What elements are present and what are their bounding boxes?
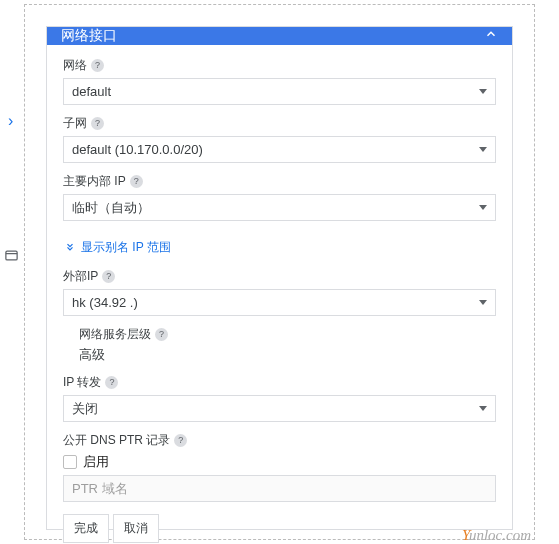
dns-ptr-input[interactable]: PTR 域名	[63, 475, 496, 502]
help-icon[interactable]: ?	[105, 376, 118, 389]
chevron-down-icon	[479, 406, 487, 411]
network-interface-panel: 网络接口 网络 ? default 子网 ? default (10.170.0…	[46, 26, 513, 530]
show-alias-ip-link[interactable]: 显示别名 IP 范围	[65, 239, 171, 256]
panel-header[interactable]: 网络接口	[47, 27, 512, 45]
subnet-value: default (10.170.0.0/20)	[72, 142, 203, 157]
chevron-down-icon	[479, 147, 487, 152]
internal-ip-value: 临时（自动）	[72, 199, 150, 217]
network-tier-label: 网络服务层级	[79, 326, 151, 343]
watermark-first: Y	[462, 527, 469, 543]
panel-title: 网络接口	[61, 27, 117, 45]
internal-ip-field-group: 主要内部 IP ? 临时（自动）	[63, 173, 496, 221]
dns-ptr-checkbox[interactable]	[63, 455, 77, 469]
svg-rect-0	[6, 251, 17, 260]
internal-ip-label: 主要内部 IP	[63, 173, 126, 190]
network-tier-value: 高级	[79, 346, 496, 364]
help-icon[interactable]: ?	[91, 59, 104, 72]
internal-ip-select[interactable]: 临时（自动）	[63, 194, 496, 221]
help-icon[interactable]: ?	[130, 175, 143, 188]
panel-body: 网络 ? default 子网 ? default (10.170.0.0/20…	[47, 45, 512, 544]
left-nav-arrow-icon: ›	[8, 112, 13, 130]
help-icon[interactable]: ?	[155, 328, 168, 341]
button-row: 完成 取消	[63, 514, 496, 543]
network-field-group: 网络 ? default	[63, 57, 496, 105]
network-tier-block: 网络服务层级 ? 高级	[79, 326, 496, 364]
watermark: Yunloc.com	[462, 527, 531, 544]
expand-icon	[65, 242, 75, 254]
network-select[interactable]: default	[63, 78, 496, 105]
dns-ptr-field-group: 公开 DNS PTR 记录 ? 启用 PTR 域名	[63, 432, 496, 502]
watermark-rest: unloc.com	[469, 527, 531, 543]
help-icon[interactable]: ?	[102, 270, 115, 283]
dns-ptr-placeholder: PTR 域名	[72, 480, 128, 498]
subnet-field-group: 子网 ? default (10.170.0.0/20)	[63, 115, 496, 163]
collapse-icon	[484, 27, 498, 45]
cancel-button[interactable]: 取消	[113, 514, 159, 543]
help-icon[interactable]: ?	[174, 434, 187, 447]
chevron-down-icon	[479, 300, 487, 305]
chevron-down-icon	[479, 205, 487, 210]
dns-ptr-checkbox-label: 启用	[83, 453, 109, 471]
network-value: default	[72, 84, 111, 99]
network-label: 网络	[63, 57, 87, 74]
external-ip-field-group: 外部IP ? hk (34.92 .)	[63, 268, 496, 316]
subnet-select[interactable]: default (10.170.0.0/20)	[63, 136, 496, 163]
ip-forwarding-label: IP 转发	[63, 374, 101, 391]
dns-ptr-checkbox-row: 启用	[63, 453, 496, 471]
alias-link-text: 显示别名 IP 范围	[81, 239, 171, 256]
ip-forwarding-field-group: IP 转发 ? 关闭	[63, 374, 496, 422]
external-ip-value: hk (34.92 .)	[72, 295, 138, 310]
external-ip-select[interactable]: hk (34.92 .)	[63, 289, 496, 316]
left-nav-settings-icon	[4, 248, 19, 266]
ip-forwarding-select[interactable]: 关闭	[63, 395, 496, 422]
ip-forwarding-value: 关闭	[72, 400, 98, 418]
subnet-label: 子网	[63, 115, 87, 132]
dns-ptr-label: 公开 DNS PTR 记录	[63, 432, 170, 449]
external-ip-label: 外部IP	[63, 268, 98, 285]
help-icon[interactable]: ?	[91, 117, 104, 130]
chevron-down-icon	[479, 89, 487, 94]
done-button[interactable]: 完成	[63, 514, 109, 543]
